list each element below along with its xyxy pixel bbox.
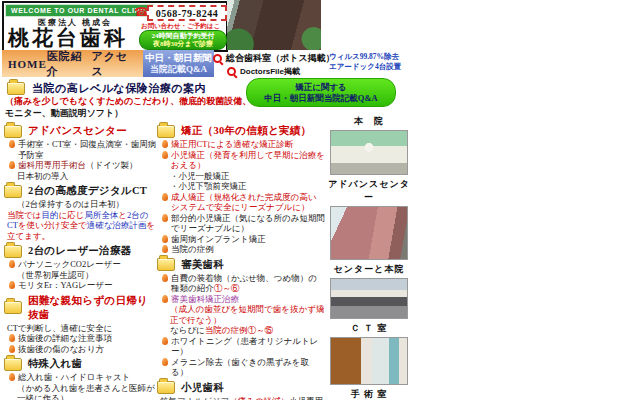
airdog-line2: エアードック4台設置 — [329, 62, 401, 72]
folder-icon — [7, 82, 25, 95]
left-column: アドバンスセンター手術室・CT室・回復点滴室・歯周病予防室歯科用専用手術台（ドイ… — [4, 121, 157, 400]
bullet-icon — [162, 235, 168, 243]
list-item: CTで判断し、適確に安全に — [4, 323, 157, 334]
photo-label: 手 術 室 — [326, 388, 412, 400]
section-title-row: 2台の高感度デジタルCT — [4, 184, 157, 198]
intro-title: 当院の高レベルな保険治療の案内 — [32, 81, 206, 96]
section: 審美歯科自費の装着物（かぶせ物、つめ物）の種類の紹介①～⑥審美歯科矯正治療（成人… — [157, 258, 325, 378]
bullet-icon — [162, 140, 168, 148]
bullet-icon — [9, 260, 15, 268]
magnifier-icon — [227, 67, 237, 77]
bullet-icon — [9, 334, 15, 342]
list-item: メラニン除去（歯ぐきの黒ずみを取る） — [157, 357, 325, 378]
section-title: 小児歯科 — [181, 381, 224, 395]
nav-item-0[interactable]: HOME — [8, 58, 47, 70]
list-item: ・小児一般矯正 — [157, 171, 325, 182]
bullet-icon — [162, 295, 168, 303]
newspaper-qa-line2: 当院記載Q&A — [150, 64, 207, 75]
section: アドバンスセンター手術室・CT室・回復点滴室・歯周病予防室歯科用専用手術台（ドイ… — [4, 124, 157, 181]
folder-icon — [4, 185, 22, 198]
reserve-button[interactable]: 24時間自動予約受付 夜8時30分まで診療 — [139, 30, 227, 50]
list-item: 抜歯後の傷のなおり方 — [4, 344, 157, 355]
photo-ct — [330, 337, 408, 385]
list-item: パナソニックCO2レーザー — [4, 259, 157, 270]
section-title-row: 矯正（30年の信頼と実績） — [157, 124, 325, 138]
potos-link[interactable]: 総合歯科室（ポトス掲載） — [213, 52, 335, 65]
phone-number: 0568-79-8244 — [156, 8, 219, 19]
section: 困難な親知らずの日帰り抜歯CTで判断し、適確に安全に抜歯後の詳細な注意事項抜歯後… — [4, 294, 157, 355]
list-item: 当院の症例 — [157, 244, 325, 255]
bullet-icon — [162, 193, 168, 201]
section-title-row: 困難な親知らずの日帰り抜歯 — [4, 294, 157, 322]
doctorsfile-link[interactable]: DoctorsFile掲載 — [227, 66, 300, 77]
newspaper-qa-link[interactable]: 中日・朝日新聞 当院記載Q&A — [143, 50, 214, 77]
photo-label: センターと本院 — [326, 263, 412, 276]
section: 矯正（30年の信頼と実績）矯正用CTによる適確な矯正診断小児矯正（発育を利用して… — [157, 124, 325, 255]
airdog-note: ウィルス99.87%除去 エアードック4台設置 — [329, 52, 401, 71]
section-title-row: アドバンスセンター — [4, 124, 157, 138]
section-title: アドバンスセンター — [28, 124, 127, 138]
phone-number-box: 0568-79-8244 — [147, 5, 227, 21]
nav-item-1[interactable]: 医院紹介 — [47, 49, 92, 79]
list-item: ホワイトニング（患者オリジナルトレー） — [157, 336, 325, 357]
reserve-button-line2: 夜8時30分まで診療 — [153, 40, 213, 48]
list-item: 成人矯正（規格化された完成度の高いシステムで安全にリーズナブルに） — [157, 192, 325, 213]
photo-center — [330, 278, 408, 319]
section: 特殊入れ歯総入れ歯・ハイドロキャスト（かめる入れ歯を患者さんと医師が一緒に作る）… — [4, 357, 157, 400]
nav-item-2[interactable]: アクセス — [91, 49, 137, 79]
list-item: （世界初厚生認可） — [4, 270, 157, 281]
list-item: 小児矯正（発育を利用して早期に治療をおえる） — [157, 150, 325, 171]
list-item: 自費の装着物（かぶせ物、つめ物）の種類の紹介①～⑥ — [157, 273, 325, 294]
list-item: 総入れ歯・ハイドロキャスト — [4, 372, 157, 383]
bullet-icon — [9, 140, 15, 148]
header-building-photo — [227, 0, 321, 50]
list-item: （2台保持するのは日本初） — [4, 199, 157, 210]
section: 2台の高感度デジタルCT（2台保持するのは日本初）当院では目的に応じ局所全体と2… — [4, 184, 157, 241]
list-item: 歯科用専用手術台（ドイツ製） — [4, 160, 157, 171]
section-title: 2台の高感度デジタルCT — [28, 184, 147, 198]
orthodontics-qa-line2: 中日・朝日新聞当院記載Q&A — [264, 93, 377, 104]
orthodontics-qa-button[interactable]: 矯正に関する 中日・朝日新聞当院記載Q&A — [246, 78, 396, 107]
list-item: モリタEr：YAGレーザー — [4, 280, 157, 291]
folder-icon — [4, 245, 22, 258]
list-item: ならびに当院の症例①～⑮ — [157, 325, 325, 336]
intro-heading-row: 当院の高レベルな保険治療の案内 — [7, 81, 206, 96]
section-title: 2台のレーザー治療器 — [28, 244, 132, 258]
list-item: 手術室・CT室・回復点滴室・歯周病予防室 — [4, 139, 157, 160]
airdog-line1: ウィルス99.87%除去 — [329, 52, 401, 62]
orthodontics-qa-line1: 矯正に関する — [295, 82, 347, 93]
photo-label: Ｃ Ｔ 室 — [326, 322, 412, 335]
reserve-button-line1: 24時間自動予約受付 — [152, 32, 215, 40]
list-item: 部分的小児矯正（気になる所のみ短期間でリーズナブルに） — [157, 213, 325, 234]
folder-icon — [157, 125, 175, 138]
section-title-row: 特殊入れ歯 — [4, 357, 157, 371]
list-item: （成人の歯並びを短期間で歯を抜かず矯正で行なう） — [157, 304, 325, 325]
header: WELCOME TO OUR DENTAL CLINIC 医療法人 桃成会 桃花… — [2, 1, 228, 52]
section-title-row: 小児歯科 — [157, 381, 325, 395]
list-item: ・小児下顎前突矯正 — [157, 181, 325, 192]
list-item: 日本初の導入 — [4, 171, 157, 182]
folder-icon — [157, 381, 175, 394]
section-title-row: 2台のレーザー治療器 — [4, 244, 157, 258]
bullet-icon — [9, 345, 15, 353]
bullet-icon — [162, 151, 168, 159]
list-item: 矯正用CTによる適確な矯正診断 — [157, 139, 325, 150]
bullet-icon — [162, 274, 168, 282]
newspaper-qa-line1: 中日・朝日新聞 — [145, 53, 212, 64]
folder-icon — [157, 258, 175, 271]
middle-column: 矯正（30年の信頼と実績）矯正用CTによる適確な矯正診断小児矯正（発育を利用して… — [157, 121, 325, 400]
list-item: 歯周病インプラント矯正 — [157, 234, 325, 245]
photo-gallery: 本 院アドバンスセンターセンターと本院Ｃ Ｔ 室手 術 室 — [326, 112, 412, 400]
dental-clinic-homepage: WELCOME TO OUR DENTAL CLINIC 医療法人 桃成会 桃花… — [0, 0, 640, 400]
bullet-icon — [9, 281, 15, 289]
section: 2台のレーザー治療器パナソニックCO2レーザー（世界初厚生認可）モリタEr：YA… — [4, 244, 157, 291]
photo-advance — [330, 206, 408, 260]
list-item: 笑気アナルゲジア（痛みの軽減）小児専用チェアー — [157, 396, 325, 400]
list-item: 抜歯後の詳細な注意事項 — [4, 333, 157, 344]
photo-label: 本 院 — [326, 115, 412, 128]
magnifier-icon — [213, 54, 223, 64]
section-title-row: 審美歯科 — [157, 258, 325, 272]
bullet-icon — [162, 214, 168, 222]
bullet-icon — [9, 161, 15, 169]
section-title: 困難な親知らずの日帰り抜歯 — [28, 294, 157, 322]
